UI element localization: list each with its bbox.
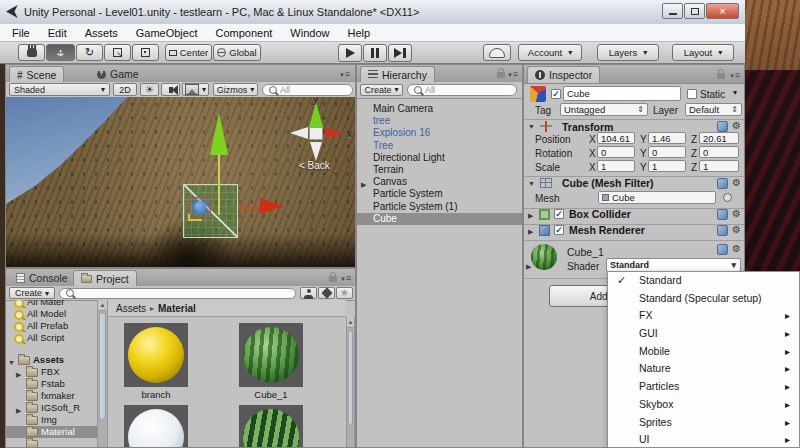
- gear-icon[interactable]: ⚙: [732, 209, 741, 219]
- mesh-renderer-header[interactable]: Mesh Renderer: [569, 224, 645, 236]
- help-icon[interactable]: [717, 121, 728, 132]
- scene-search-input[interactable]: All: [262, 84, 353, 96]
- menu-window[interactable]: Window: [290, 27, 329, 39]
- view-gizmo-x-cone[interactable]: [325, 127, 344, 139]
- layout-dropdown[interactable]: Layout: [672, 44, 734, 61]
- scrollbar-thumb[interactable]: [348, 330, 353, 425]
- inspector-panel-menu-icon[interactable]: ≡: [730, 70, 740, 80]
- hierarchy-item-explosion16[interactable]: Explosion 16: [357, 127, 522, 139]
- scroll-up-arrow[interactable]: ▲: [347, 317, 354, 328]
- mesh-filter-header[interactable]: Cube (Mesh Filter): [562, 177, 654, 189]
- gear-icon[interactable]: ⚙: [732, 121, 741, 131]
- help-icon[interactable]: [717, 209, 728, 220]
- play-button[interactable]: [338, 44, 362, 62]
- tree-folder-img[interactable]: Img: [6, 414, 97, 426]
- scale-y-field[interactable]: 1: [648, 160, 686, 172]
- account-dropdown[interactable]: Account: [518, 44, 582, 61]
- hierarchy-item-particle-system[interactable]: Particle System: [357, 188, 522, 200]
- project-favorites-button[interactable]: ★: [336, 287, 353, 299]
- menu-gameobject[interactable]: GameObject: [136, 27, 198, 39]
- scale-tool-button[interactable]: [104, 44, 131, 61]
- layer-dropdown[interactable]: Default: [685, 103, 742, 116]
- tag-dropdown[interactable]: Untagged: [560, 103, 648, 116]
- shader-dropdown[interactable]: Standard: [606, 258, 741, 272]
- fold-open-icon[interactable]: ▼: [528, 180, 535, 187]
- breadcrumb-root[interactable]: Assets: [116, 303, 146, 314]
- pan-tool-button[interactable]: [18, 44, 45, 61]
- tree-folder-material-selected[interactable]: Material: [6, 426, 97, 438]
- help-icon[interactable]: [717, 244, 728, 255]
- tree-folder-igsoft[interactable]: ▶IGSoft_R: [6, 402, 97, 414]
- 2d-toggle-button[interactable]: 2D: [113, 83, 137, 96]
- rotation-x-field[interactable]: 0: [597, 146, 635, 158]
- gear-icon[interactable]: ⚙: [732, 225, 741, 235]
- asset-tile-partial[interactable]: [239, 405, 303, 447]
- project-tree-scrollbar[interactable]: ▲: [97, 300, 108, 447]
- shader-menu-item-fx[interactable]: FX: [608, 307, 799, 325]
- rotate-tool-button[interactable]: ↻: [76, 44, 103, 61]
- menu-component[interactable]: Component: [215, 27, 272, 39]
- tab-project[interactable]: Project: [73, 270, 137, 286]
- position-y-field[interactable]: 1.46: [648, 132, 686, 144]
- static-checkbox[interactable]: [687, 89, 697, 99]
- tree-folder-partial[interactable]: [6, 438, 97, 447]
- maximize-button[interactable]: [684, 3, 705, 19]
- pivot-center-button[interactable]: Center: [165, 44, 212, 61]
- fold-closed-icon[interactable]: ▶: [361, 179, 366, 189]
- static-dropdown-icon[interactable]: ▾: [733, 88, 737, 97]
- fold-open-icon[interactable]: ▼: [8, 357, 15, 366]
- hierarchy-search-input[interactable]: All: [407, 84, 517, 96]
- asset-tile-partial[interactable]: [124, 405, 188, 447]
- view-gizmo-left-cone[interactable]: [290, 127, 308, 139]
- lock-icon[interactable]: [497, 72, 505, 78]
- shader-menu-item-sprites[interactable]: Sprites: [608, 414, 799, 432]
- view-gizmo-down-cone[interactable]: [310, 142, 322, 161]
- hierarchy-item-directional-light[interactable]: Directional Light: [357, 152, 522, 164]
- hierarchy-item-main-camera[interactable]: Main Camera: [357, 103, 522, 115]
- scrollbar-thumb[interactable]: [99, 312, 106, 420]
- favorite-item[interactable]: All Prefab: [6, 320, 97, 332]
- tab-scene[interactable]: Scene: [9, 66, 64, 82]
- project-create-dropdown[interactable]: Create: [9, 287, 55, 299]
- shader-menu-item-standard-specular[interactable]: Standard (Specular setup): [608, 290, 799, 308]
- scroll-up-arrow[interactable]: ▲: [98, 300, 107, 311]
- tree-folder-fstab[interactable]: Fstab: [6, 378, 97, 390]
- rotation-y-field[interactable]: 0: [648, 146, 686, 158]
- menu-edit[interactable]: Edit: [48, 27, 67, 39]
- shader-menu-item-skybox[interactable]: Skybox: [608, 396, 799, 414]
- close-button[interactable]: ×: [706, 3, 739, 19]
- lighting-toggle-button[interactable]: [140, 83, 159, 96]
- box-collider-header[interactable]: Box Collider: [569, 208, 631, 220]
- shading-mode-dropdown[interactable]: Shaded: [9, 83, 110, 96]
- mesh-renderer-enabled-checkbox[interactable]: ✓: [554, 225, 564, 235]
- shader-menu-item-nature[interactable]: Nature: [608, 360, 799, 378]
- rect-tool-button[interactable]: [132, 44, 159, 61]
- lock-icon[interactable]: [717, 73, 725, 79]
- gizmo-x-axis-arrow[interactable]: [260, 198, 284, 214]
- lock-icon[interactable]: [329, 276, 337, 282]
- position-x-field[interactable]: 104.61: [597, 132, 635, 144]
- scale-z-field[interactable]: 1: [699, 160, 739, 172]
- tab-inspector[interactable]: Inspector: [527, 66, 600, 83]
- hierarchy-item-particle-system-1[interactable]: Particle System (1): [357, 201, 522, 213]
- menu-file[interactable]: File: [12, 27, 30, 39]
- pause-button[interactable]: [363, 44, 387, 62]
- layers-dropdown[interactable]: Layers: [597, 44, 659, 61]
- audio-toggle-button[interactable]: [161, 83, 180, 96]
- menu-help[interactable]: Help: [347, 27, 370, 39]
- step-button[interactable]: [388, 44, 412, 62]
- view-gizmo-center[interactable]: [309, 127, 323, 140]
- hierarchy-item-cube-selected[interactable]: Cube: [357, 213, 522, 225]
- help-icon[interactable]: [717, 178, 728, 189]
- hierarchy-item-canvas[interactable]: ▶Canvas: [357, 176, 522, 188]
- hierarchy-item-tree2[interactable]: Tree: [357, 140, 522, 152]
- pivot-global-button[interactable]: Global: [213, 44, 261, 61]
- mesh-object-field[interactable]: Cube: [598, 191, 716, 204]
- tree-folder-fbx[interactable]: ▶FBX: [6, 366, 97, 378]
- object-picker-icon[interactable]: [723, 193, 732, 202]
- favorite-item[interactable]: All Script: [6, 332, 97, 344]
- view-gizmo-y-cone[interactable]: [309, 102, 323, 127]
- asset-tile-branch[interactable]: [124, 323, 188, 387]
- scene-panel-menu-icon[interactable]: ≡: [340, 69, 350, 79]
- hierarchy-item-terrain[interactable]: Terrain: [357, 164, 522, 176]
